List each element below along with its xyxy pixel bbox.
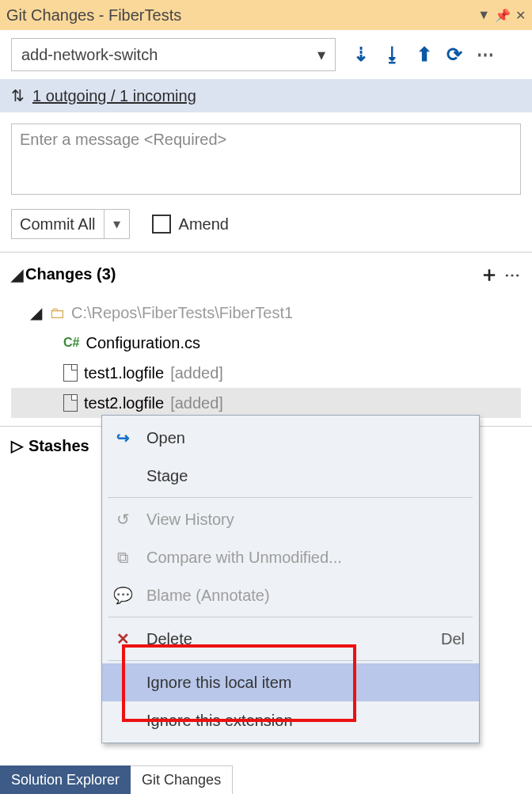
file-status: [added]: [170, 364, 223, 382]
stashes-title: Stashes: [28, 437, 89, 455]
pull-icon[interactable]: ⭳: [383, 44, 402, 66]
commit-row: Commit All ▾ Amend: [0, 206, 532, 252]
compare-icon: ⧉: [112, 549, 134, 567]
separator: [108, 497, 473, 498]
push-icon[interactable]: ⬆: [416, 44, 432, 66]
expand-icon[interactable]: ◢: [30, 303, 43, 322]
tab-label: Solution Explorer: [11, 772, 120, 788]
expand-icon[interactable]: ◢: [11, 265, 25, 284]
amend-label: Amend: [179, 215, 229, 234]
window-controls: ▼ 📌 ✕: [477, 8, 526, 23]
sync-arrows-icon: ⇅: [11, 86, 25, 105]
commit-all-label: Commit All: [11, 209, 104, 239]
sync-status-bar[interactable]: ⇅ 1 outgoing / 1 incoming: [0, 79, 532, 112]
fetch-icon[interactable]: ⇣: [353, 44, 369, 66]
commit-message-placeholder: Enter a message <Required>: [20, 131, 226, 148]
separator: [108, 660, 473, 661]
toolbar: add-network-switch ▾ ⇣ ⭳ ⬆ ⟳ ⋯: [0, 30, 532, 79]
file-name: test2.logfile: [84, 394, 164, 412]
changes-title: Changes (3): [25, 265, 474, 283]
ctx-blame: 💬 Blame (Annotate): [102, 576, 479, 614]
ctx-view-history: ↺ View History: [102, 500, 479, 538]
changes-section-header[interactable]: ◢ Changes (3) ＋ ⋯: [0, 252, 532, 293]
more-icon[interactable]: ⋯: [477, 44, 494, 65]
folder-path: C:\Repos\FiberTests\FiberTest1: [71, 304, 293, 322]
title-bar: Git Changes - FiberTests ▼ 📌 ✕: [0, 0, 532, 30]
stage-all-icon[interactable]: ＋: [474, 260, 504, 288]
dropdown-icon[interactable]: ▼: [477, 8, 490, 22]
history-icon: ↺: [112, 510, 134, 529]
ctx-ignore-extension[interactable]: Ignore this extension: [102, 701, 479, 739]
ctx-open[interactable]: ↪ Open: [102, 419, 479, 457]
folder-icon: 🗀: [49, 304, 65, 322]
file-row[interactable]: test1.logfile [added]: [11, 358, 521, 388]
ctx-ignore-item[interactable]: Ignore this local item: [102, 663, 479, 701]
delete-icon: ✕: [112, 629, 134, 648]
tab-git-changes[interactable]: Git Changes: [131, 766, 233, 794]
bottom-tabs: Solution Explorer Git Changes: [0, 766, 233, 794]
window-title: Git Changes - FiberTests: [6, 6, 477, 25]
csharp-icon: C#: [63, 336, 79, 350]
pin-icon[interactable]: 📌: [495, 8, 511, 23]
open-icon: ↪: [112, 428, 134, 447]
sync-link[interactable]: 1 outgoing / 1 incoming: [32, 87, 196, 105]
ctx-delete[interactable]: ✕ Delete Del: [102, 620, 479, 658]
commit-message-area: Enter a message <Required>: [0, 112, 532, 206]
close-icon[interactable]: ✕: [515, 8, 526, 23]
context-menu: ↪ Open Stage ↺ View History ⧉ Compare wi…: [101, 415, 480, 743]
branch-select[interactable]: add-network-switch ▾: [11, 38, 336, 71]
tab-solution-explorer[interactable]: Solution Explorer: [0, 766, 131, 794]
branch-name: add-network-switch: [21, 46, 158, 64]
blame-icon: 💬: [112, 586, 134, 605]
changes-tree: ◢ 🗀 C:\Repos\FiberTests\FiberTest1 C# Co…: [0, 293, 532, 426]
shortcut-text: Del: [441, 630, 465, 648]
commit-dropdown-icon[interactable]: ▾: [104, 209, 130, 239]
folder-row[interactable]: ◢ 🗀 C:\Repos\FiberTests\FiberTest1: [11, 298, 521, 328]
file-icon: [63, 364, 78, 382]
file-row[interactable]: C# Configuration.cs: [11, 328, 521, 358]
changes-more-icon[interactable]: ⋯: [504, 265, 521, 284]
commit-message-input[interactable]: Enter a message <Required>: [11, 123, 521, 195]
file-name: test1.logfile: [84, 364, 164, 382]
separator: [108, 617, 473, 617]
file-row-selected[interactable]: test2.logfile [added]: [11, 388, 521, 418]
amend-checkbox[interactable]: [152, 215, 171, 234]
tab-label: Git Changes: [142, 772, 221, 788]
file-icon: [63, 394, 78, 412]
file-status: [added]: [170, 394, 223, 412]
ctx-stage[interactable]: Stage: [102, 457, 479, 495]
file-name: Configuration.cs: [86, 334, 200, 352]
sync-icon[interactable]: ⟳: [446, 44, 462, 66]
chevron-down-icon: ▾: [317, 45, 325, 64]
amend-option[interactable]: Amend: [152, 215, 229, 234]
toolbar-actions: ⇣ ⭳ ⬆ ⟳ ⋯: [345, 44, 521, 66]
ctx-compare: ⧉ Compare with Unmodified...: [102, 538, 479, 576]
commit-all-button[interactable]: Commit All ▾: [11, 209, 130, 239]
expand-icon[interactable]: ▷: [11, 436, 24, 455]
